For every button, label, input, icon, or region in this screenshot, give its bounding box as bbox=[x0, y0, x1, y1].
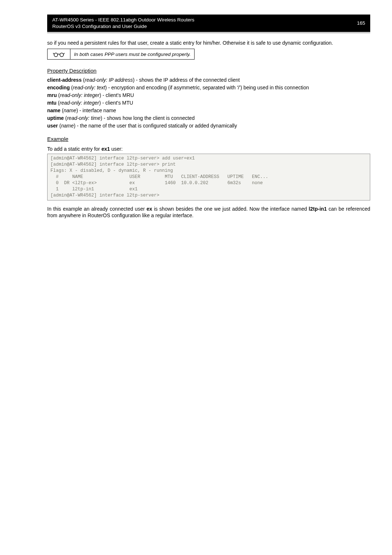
after-code-paragraph: In this example an already connected use… bbox=[47, 206, 370, 219]
page-header: AT-WR4500 Series - IEEE 802.11abgh Outdo… bbox=[47, 15, 370, 32]
prop-mru: mru (read-only: integer) - client's MRU bbox=[47, 92, 370, 99]
page-number: 165 bbox=[357, 20, 365, 27]
prop-client-address: client-address (read-only: IP address) -… bbox=[47, 77, 370, 84]
code-block: [admin@AT-WR4562] interface l2tp-server>… bbox=[47, 154, 370, 200]
svg-line-3 bbox=[64, 53, 65, 54]
header-rule bbox=[47, 33, 370, 33]
note-box: In both cases PPP users must be configur… bbox=[47, 49, 195, 60]
page-container: AT-WR4500 Series - IEEE 802.11abgh Outdo… bbox=[0, 0, 392, 239]
intro-paragraph: so if you need a persistent rules for th… bbox=[47, 40, 370, 46]
prop-user: user (name) - the name of the user that … bbox=[47, 122, 370, 129]
header-title-block: AT-WR4500 Series - IEEE 802.11abgh Outdo… bbox=[52, 17, 346, 30]
svg-point-0 bbox=[54, 53, 58, 57]
glasses-icon bbox=[48, 49, 70, 60]
property-description-heading: Property Description bbox=[47, 68, 370, 74]
header-line2: RouterOS v3 Configuration and User Guide bbox=[52, 23, 346, 30]
prop-encoding: encoding (read-only: text) - encryption … bbox=[47, 84, 370, 91]
example-heading: Example bbox=[47, 136, 370, 142]
header-line1: AT-WR4500 Series - IEEE 802.11abgh Outdo… bbox=[52, 17, 346, 23]
prop-name: name (name) - interface name bbox=[47, 107, 370, 114]
svg-point-1 bbox=[60, 53, 64, 57]
example-intro: To add a static entry for ex1 user: bbox=[47, 146, 370, 153]
note-text: In both cases PPP users must be configur… bbox=[70, 49, 195, 60]
svg-line-2 bbox=[53, 53, 54, 54]
prop-uptime: uptime (read-only: time) - shows how lon… bbox=[47, 115, 370, 122]
prop-mtu: mtu (read-only: integer) - client's MTU bbox=[47, 100, 370, 106]
